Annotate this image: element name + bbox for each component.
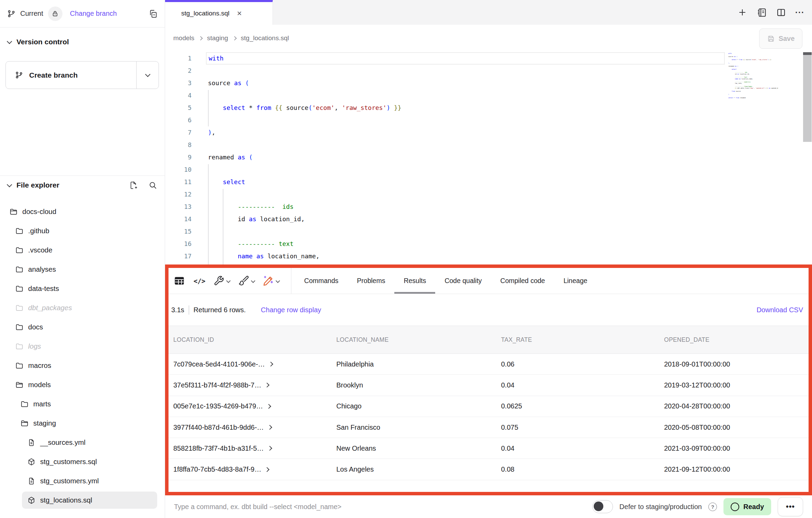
file-tree-item-dbt-packages[interactable]: dbt_packages bbox=[0, 298, 165, 317]
file-tree-item-docs-cloud[interactable]: docs-cloud bbox=[0, 202, 165, 221]
code-token: from bbox=[739, 59, 742, 60]
table-row[interactable]: 7c079cea-5ed4-4101-906e-…Philadelphia0.0… bbox=[169, 354, 809, 375]
code-editor[interactable]: 1234567891011121314151617 withsource as … bbox=[165, 52, 812, 267]
editor-tab-stg-locations[interactable]: stg_locations.sql × bbox=[165, 0, 273, 25]
code-line[interactable]: name as location_name, bbox=[206, 250, 725, 262]
search-icon[interactable] bbox=[148, 181, 157, 190]
code-line[interactable] bbox=[206, 225, 725, 238]
table-view-icon[interactable] bbox=[173, 275, 185, 287]
new-tab-icon[interactable] bbox=[737, 7, 747, 18]
location-id-value: 37e5f311-b7f4-4f2f-988b-7… bbox=[173, 381, 261, 389]
query-duration: 3.1s bbox=[171, 306, 184, 314]
breadcrumb-item: stg_locations.sql bbox=[241, 34, 289, 42]
change-branch-link[interactable]: Change branch bbox=[70, 10, 117, 18]
file-tree-item-label: macros bbox=[28, 361, 51, 370]
code-view-icon[interactable]: </> bbox=[194, 277, 205, 285]
save-button[interactable]: Save bbox=[759, 29, 802, 49]
notebook-icon[interactable] bbox=[756, 7, 767, 18]
help-icon[interactable]: ? bbox=[708, 503, 717, 511]
code-token: dbt.date_trunc( bbox=[736, 87, 750, 89]
code-line[interactable] bbox=[206, 89, 725, 102]
new-file-icon[interactable] bbox=[129, 181, 138, 190]
panel-tab-commands[interactable]: Commands bbox=[295, 268, 348, 294]
file-tree-item-label: dbt_packages bbox=[28, 304, 72, 312]
file-tree-item-models[interactable]: models bbox=[0, 375, 165, 394]
row-expand-icon[interactable] bbox=[266, 404, 271, 409]
row-expand-icon[interactable] bbox=[265, 383, 269, 387]
panel-tab-results[interactable]: Results bbox=[394, 268, 435, 294]
row-expand-icon[interactable] bbox=[267, 425, 272, 430]
create-branch-main[interactable]: Create branch bbox=[6, 61, 136, 89]
code-line[interactable] bbox=[206, 114, 725, 126]
copy-icon[interactable] bbox=[148, 9, 158, 19]
build-tools-icon[interactable] bbox=[213, 275, 230, 286]
split-editor-icon[interactable] bbox=[776, 7, 786, 18]
panel-tab-lineage[interactable]: Lineage bbox=[554, 268, 596, 294]
create-branch-button[interactable]: Create branch bbox=[5, 61, 159, 89]
cell-location-id: 1f8ffa70-7cb5-4d83-8a7f-9… bbox=[173, 465, 336, 473]
code-line[interactable]: ---------- text bbox=[206, 238, 725, 250]
file-tree-item-label: stg_customers.sql bbox=[40, 458, 97, 466]
create-branch-dropdown[interactable] bbox=[136, 61, 159, 89]
file-tree-item-marts[interactable]: marts bbox=[0, 394, 165, 414]
defer-toggle[interactable] bbox=[592, 500, 613, 513]
file-tree-item-docs[interactable]: docs bbox=[0, 317, 165, 337]
editor-minimap[interactable]: with source as ( select * from {{ source… bbox=[728, 53, 778, 99]
file-tree-item--sources-yml[interactable]: __sources.yml bbox=[0, 433, 165, 452]
file-tree-item-logs[interactable]: logs bbox=[0, 337, 165, 356]
more-actions-button[interactable]: ••• bbox=[778, 497, 803, 516]
code-token: as bbox=[249, 215, 256, 223]
version-control-section-header[interactable]: Version control bbox=[0, 33, 165, 51]
row-expand-icon[interactable] bbox=[265, 467, 269, 472]
file-tree-item--github[interactable]: .github bbox=[0, 221, 165, 240]
editor-code-area[interactable]: withsource as ( select * from {{ source(… bbox=[206, 52, 725, 262]
code-line[interactable]: source as ( bbox=[206, 77, 725, 89]
code-line[interactable]: renamed as ( bbox=[206, 151, 725, 164]
cell-tax-rate: 0.08 bbox=[501, 465, 664, 473]
close-tab-icon[interactable]: × bbox=[237, 9, 242, 18]
code-line[interactable] bbox=[206, 188, 725, 201]
format-icon[interactable] bbox=[238, 275, 255, 286]
file-tree-item-data-tests[interactable]: data-tests bbox=[0, 279, 165, 298]
cell-tax-rate: 0.06 bbox=[501, 360, 664, 368]
file-explorer-section-header[interactable]: File explorer bbox=[0, 176, 165, 194]
row-expand-icon[interactable] bbox=[267, 446, 272, 451]
editor-scrollbar[interactable] bbox=[803, 52, 812, 142]
file-tree-item-analyses[interactable]: analyses bbox=[0, 260, 165, 279]
file-tree-item-stg-customers-sql[interactable]: stg_customers.sql bbox=[0, 452, 165, 471]
code-line[interactable]: select * from {{ source('ecom', 'raw_sto… bbox=[206, 102, 725, 114]
code-line[interactable]: ), bbox=[206, 126, 725, 139]
file-icon bbox=[27, 438, 36, 447]
code-line[interactable] bbox=[206, 164, 725, 176]
download-csv-link[interactable]: Download CSV bbox=[756, 306, 803, 314]
file-tree-item-stg-customers-yml[interactable]: stg_customers.yml bbox=[0, 471, 165, 491]
row-expand-icon[interactable] bbox=[268, 362, 273, 367]
panel-toolbar: </> bbox=[169, 268, 809, 294]
table-row[interactable]: 37e5f311-b7f4-4f2f-988b-7…Brooklyn0.0420… bbox=[169, 375, 809, 396]
code-token: 'raw_stores' bbox=[758, 59, 768, 60]
command-input[interactable]: Type a command, ex. dbt build --select <… bbox=[174, 503, 341, 511]
ai-assist-icon[interactable] bbox=[263, 275, 279, 286]
table-row[interactable]: 3977f440-b87d-461b-9dd6-…San Francisco0.… bbox=[169, 417, 809, 438]
file-tree-item-macros[interactable]: macros bbox=[0, 356, 165, 375]
table-row[interactable]: 1f8ffa70-7cb5-4d83-8a7f-9…Los Angeles0.0… bbox=[169, 459, 809, 480]
code-line[interactable] bbox=[206, 65, 725, 77]
change-row-display-link[interactable]: Change row display bbox=[261, 306, 321, 314]
column-header-tax_rate: TAX_RATE bbox=[501, 336, 664, 344]
panel-tab-compiled-code[interactable]: Compiled code bbox=[491, 268, 554, 294]
code-line[interactable]: select bbox=[206, 176, 725, 188]
folder-open-icon bbox=[20, 419, 29, 428]
code-line[interactable]: with bbox=[206, 52, 725, 65]
panel-tab-problems[interactable]: Problems bbox=[348, 268, 394, 294]
code-line[interactable]: id as location_id, bbox=[206, 213, 725, 225]
table-row[interactable]: 005e7e1c-1935-4269-b479…Chicago0.0625202… bbox=[169, 396, 809, 417]
more-options-icon[interactable]: ··· bbox=[795, 8, 804, 17]
file-tree-item-staging[interactable]: staging bbox=[0, 414, 165, 433]
file-tree-item-stg-locations-sql[interactable]: stg_locations.sql bbox=[0, 491, 165, 510]
panel-tab-code-quality[interactable]: Code quality bbox=[435, 268, 491, 294]
save-icon bbox=[767, 35, 775, 43]
code-line[interactable] bbox=[206, 139, 725, 151]
file-tree-item--vscode[interactable]: .vscode bbox=[0, 240, 165, 260]
table-row[interactable]: 858218fb-73f7-4b1b-a31f-5…New Orleans0.0… bbox=[169, 438, 809, 459]
code-line[interactable]: ---------- ids bbox=[206, 201, 725, 213]
